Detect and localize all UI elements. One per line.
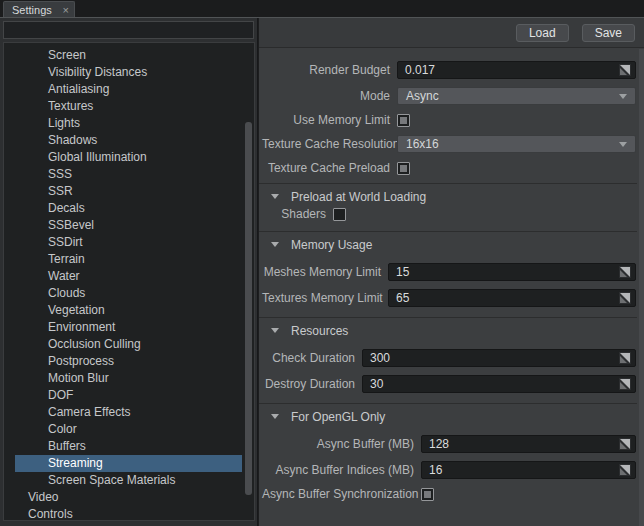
field-label: Meshes Memory Limit — [262, 265, 388, 279]
field-label: Async Buffer (MB) — [262, 437, 421, 451]
collapse-arrow-icon — [271, 328, 279, 333]
settings-panel: Load Save Render Budget 0.017 Mode Async… — [259, 18, 644, 526]
sidebar-item-occlusion-culling[interactable]: Occlusion Culling — [15, 336, 242, 353]
sidebar-item-terrain[interactable]: Terrain — [15, 251, 242, 268]
collapse-arrow-icon — [271, 242, 279, 247]
sidebar-item-clouds[interactable]: Clouds — [15, 285, 242, 302]
sidebar-item-textures[interactable]: Textures — [15, 98, 242, 115]
field-render-budget[interactable]: 0.017 — [397, 61, 636, 79]
form-row: Texture Cache Preload — [262, 161, 636, 175]
field-label: Destroy Duration — [262, 377, 362, 391]
section-divider — [259, 183, 637, 184]
sidebar-item-ssbevel[interactable]: SSBevel — [15, 217, 242, 234]
sidebar-item-shadows[interactable]: Shadows — [15, 132, 242, 149]
drag-handle-icon[interactable] — [619, 438, 631, 450]
field-label: Textures Memory Limit — [262, 291, 388, 305]
drag-handle-icon[interactable] — [619, 266, 631, 278]
sidebar-item-controls[interactable]: Controls — [15, 506, 242, 521]
sidebar-item-screen-space-materials[interactable]: Screen Space Materials — [15, 472, 242, 489]
sidebar-item-lights[interactable]: Lights — [15, 115, 242, 132]
field-destroy-duration[interactable]: 30 — [362, 375, 636, 393]
field-label: Use Memory Limit — [262, 113, 397, 127]
sidebar-item-water[interactable]: Water — [15, 268, 242, 285]
save-button[interactable]: Save — [582, 24, 635, 42]
sidebar-item-buffers[interactable]: Buffers — [15, 438, 242, 455]
chevron-down-icon — [619, 94, 627, 99]
section-header-preload-at-world-loading[interactable]: Preload at World Loading — [262, 189, 636, 204]
drag-handle-icon[interactable] — [619, 378, 631, 390]
sidebar-item-global-illumination[interactable]: Global Illumination — [15, 149, 242, 166]
field-label: Check Duration — [262, 351, 362, 365]
load-button[interactable]: Load — [516, 24, 569, 42]
panel-scrollbar-thumb[interactable] — [639, 49, 644, 526]
sidebar-scrollbar-thumb[interactable] — [245, 122, 252, 495]
form-row: Async Buffer Indices (MB) 16 — [262, 461, 636, 479]
sidebar-item-decals[interactable]: Decals — [15, 200, 242, 217]
section-divider — [259, 317, 637, 318]
drag-handle-icon[interactable] — [619, 292, 631, 304]
drag-handle-icon[interactable] — [619, 464, 631, 476]
sidebar-item-camera-effects[interactable]: Camera Effects — [15, 404, 242, 421]
settings-sidebar: ScreenVisibility DistancesAntialiasingTe… — [0, 18, 258, 526]
checkbox-use-memory-limit[interactable] — [397, 114, 410, 127]
form-row: Async Buffer (MB) 128 — [262, 435, 636, 453]
dropdown-mode[interactable]: Async — [397, 87, 636, 105]
form-row: Shaders — [262, 207, 636, 221]
checkbox-texture-cache-preload[interactable] — [397, 162, 410, 175]
field-label: Render Budget — [262, 63, 397, 77]
sidebar-item-environment[interactable]: Environment — [15, 319, 242, 336]
tab-bar: Settings × — [0, 0, 644, 17]
field-check-duration[interactable]: 300 — [362, 349, 636, 367]
form-row: Async Buffer Synchronization — [262, 487, 636, 501]
sidebar-item-visibility-distances[interactable]: Visibility Distances — [15, 64, 242, 81]
sidebar-item-dof[interactable]: DOF — [15, 387, 242, 404]
section-header-for-opengl-only[interactable]: For OpenGL Only — [262, 409, 636, 424]
form-row: Texture Cache Resolution 16x16 — [262, 135, 636, 153]
field-label: Shaders — [262, 207, 333, 221]
sidebar-item-ssdirt[interactable]: SSDirt — [15, 234, 242, 251]
form-row: Check Duration 300 — [262, 349, 636, 367]
sidebar-item-color[interactable]: Color — [15, 421, 242, 438]
field-async-buffer-indices-mb[interactable]: 16 — [421, 461, 636, 479]
collapse-arrow-icon — [271, 414, 279, 419]
sidebar-item-streaming[interactable]: Streaming — [15, 455, 242, 472]
sidebar-item-motion-blur[interactable]: Motion Blur — [15, 370, 242, 387]
form-row: Render Budget 0.017 — [262, 61, 636, 79]
sidebar-item-vegetation[interactable]: Vegetation — [15, 302, 242, 319]
sidebar-item-ssr[interactable]: SSR — [15, 183, 242, 200]
section-divider — [259, 231, 637, 232]
form-row: Use Memory Limit — [262, 113, 636, 127]
sidebar-item-antialiasing[interactable]: Antialiasing — [15, 81, 242, 98]
tab-settings[interactable]: Settings × — [3, 1, 75, 17]
checkbox-async-buffer-synchronization[interactable] — [421, 488, 434, 501]
collapse-arrow-icon — [271, 194, 279, 199]
field-label: Texture Cache Resolution — [262, 137, 397, 151]
panel-toolbar: Load Save — [259, 18, 644, 48]
field-label: Texture Cache Preload — [262, 161, 397, 175]
tab-title: Settings — [12, 4, 59, 16]
form-row: Textures Memory Limit 65 — [262, 289, 636, 307]
dropdown-texture-cache-resolution[interactable]: 16x16 — [397, 135, 636, 153]
form-row: Meshes Memory Limit 15 — [262, 263, 636, 281]
tab-close-icon[interactable]: × — [63, 5, 69, 15]
field-label: Async Buffer Indices (MB) — [262, 463, 421, 477]
panel-content: Render Budget 0.017 Mode Async Use Memor… — [259, 49, 637, 526]
sidebar-item-video[interactable]: Video — [15, 489, 242, 506]
settings-tree: ScreenVisibility DistancesAntialiasingTe… — [3, 42, 255, 521]
checkbox-shaders[interactable] — [333, 208, 346, 221]
chevron-down-icon — [619, 142, 627, 147]
sidebar-item-screen[interactable]: Screen — [15, 47, 242, 64]
sidebar-search-input[interactable] — [3, 21, 254, 39]
field-textures-memory-limit[interactable]: 65 — [388, 289, 636, 307]
form-row: Mode Async — [262, 87, 636, 105]
drag-handle-icon[interactable] — [619, 64, 631, 76]
drag-handle-icon[interactable] — [619, 352, 631, 364]
sidebar-item-postprocess[interactable]: Postprocess — [15, 353, 242, 370]
sidebar-item-sss[interactable]: SSS — [15, 166, 242, 183]
field-meshes-memory-limit[interactable]: 15 — [388, 263, 636, 281]
field-async-buffer-mb[interactable]: 128 — [421, 435, 636, 453]
section-header-resources[interactable]: Resources — [262, 323, 636, 338]
form-row: Destroy Duration 30 — [262, 375, 636, 393]
section-header-memory-usage[interactable]: Memory Usage — [262, 237, 636, 252]
section-divider — [259, 403, 637, 404]
